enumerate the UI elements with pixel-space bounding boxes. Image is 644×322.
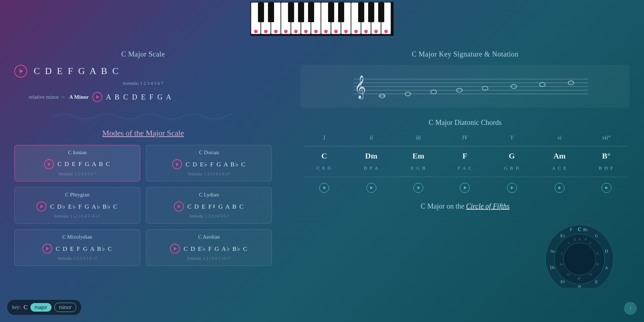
mode-scale-row-phrygian: C D♭ E♭ F G A♭ B♭ C bbox=[20, 201, 134, 211]
scale-notes: C D E F G A B C bbox=[34, 66, 120, 77]
chord-names-row: C Dm Em F G Am B° bbox=[301, 149, 630, 163]
chord-header-iii: iii bbox=[395, 132, 442, 143]
svg-text:g: g bbox=[574, 237, 576, 241]
play-phrygian-button[interactable] bbox=[36, 201, 47, 211]
chord-header-ii: ii bbox=[348, 132, 395, 143]
svg-point-26 bbox=[364, 30, 368, 33]
svg-rect-29 bbox=[258, 3, 264, 22]
minor-mode-button[interactable]: minor bbox=[54, 303, 76, 312]
mode-name-ionian: C Ionian bbox=[20, 150, 134, 156]
left-panel: C Major Scale C D E F G A B C formula: 1… bbox=[0, 43, 286, 322]
wave-decoration bbox=[14, 109, 272, 125]
svg-rect-36 bbox=[358, 3, 364, 22]
mode-formula-phrygian: formula: 1 ♭2 ♭3 4 5 ♭6 ♭7 bbox=[20, 214, 134, 219]
mode-name-lydian: C Lydian bbox=[152, 192, 266, 198]
chords-title: C Major Diatonic Chords bbox=[301, 118, 630, 127]
svg-rect-31 bbox=[288, 3, 294, 22]
mode-notes-phrygian: C D♭ E♭ F G A♭ B♭ C bbox=[50, 203, 118, 210]
svg-text:c: c bbox=[568, 241, 570, 245]
chord-header-I: I bbox=[301, 132, 348, 143]
play-relative-minor-button[interactable] bbox=[92, 92, 102, 102]
chords-table: I ii iii IV V vi vii° C Dm Em F G Am bbox=[301, 132, 630, 195]
svg-text:D: D bbox=[605, 249, 608, 254]
chord-name-C: C bbox=[321, 151, 327, 160]
svg-point-21 bbox=[314, 30, 318, 33]
play-chord-Dm-button[interactable] bbox=[366, 183, 376, 193]
play-lydian-button[interactable] bbox=[174, 201, 184, 211]
svg-rect-33 bbox=[308, 3, 314, 22]
relative-minor-label: relative minor → bbox=[29, 94, 65, 100]
mode-notes-dorian: C D E♭ F G A B♭ C bbox=[186, 161, 246, 168]
play-aeolian-button[interactable] bbox=[170, 244, 180, 254]
svg-rect-32 bbox=[298, 3, 304, 22]
chord-header-V: V bbox=[488, 132, 536, 143]
major-mode-button[interactable]: major bbox=[30, 303, 52, 312]
play-chord-G-button[interactable] bbox=[507, 183, 517, 193]
play-mixolydian-button[interactable] bbox=[42, 244, 52, 254]
circle-section: C Major on the Circle of Fifths C bbox=[301, 202, 630, 288]
play-chord-Em-button[interactable] bbox=[413, 183, 423, 193]
scroll-up-button[interactable]: ↑ bbox=[624, 302, 637, 315]
mode-name-dorian: C Dorian bbox=[152, 150, 266, 156]
chord-notes-Em: E G B bbox=[411, 165, 426, 171]
chord-notes-Bdim: B D F bbox=[599, 165, 614, 171]
chord-notes-F: F A C bbox=[458, 165, 472, 171]
svg-point-24 bbox=[344, 30, 348, 33]
svg-point-27 bbox=[374, 30, 378, 33]
mode-card-phrygian: C Phrygian C D♭ E♭ F G A♭ B♭ C formula: … bbox=[14, 187, 140, 224]
svg-point-23 bbox=[334, 30, 338, 33]
chord-notes-Am: A C E bbox=[552, 165, 567, 171]
mode-scale-row-aeolian: C D E♭ F G A♭ B♭ C bbox=[152, 244, 266, 254]
svg-text:b: b bbox=[597, 252, 599, 255]
play-chord-C-button[interactable] bbox=[319, 183, 329, 193]
svg-text:F: F bbox=[570, 227, 572, 232]
mode-formula-lydian: formula: 1 2 3 ♯4 5 6 7 bbox=[152, 214, 266, 219]
chord-name-Em: Em bbox=[413, 151, 424, 160]
scale-display: C D E F G A B C bbox=[14, 65, 272, 78]
svg-point-19 bbox=[294, 30, 298, 33]
svg-text:f♯: f♯ bbox=[596, 262, 599, 266]
key-indicator: key: C major minor bbox=[7, 300, 81, 315]
mode-scale-row-ionian: C D E F G A B C bbox=[20, 159, 134, 169]
mode-card-ionian: C Ionian C D E F G A B C formula: 1 2 3 … bbox=[14, 145, 140, 181]
svg-rect-30 bbox=[268, 3, 274, 22]
play-scale-button[interactable] bbox=[14, 65, 27, 78]
svg-text:C: C bbox=[578, 227, 581, 232]
mode-card-aeolian: C Aeolian C D E♭ F G A♭ B♭ C formula: 1 … bbox=[146, 229, 272, 266]
circle-title-prefix: C Major on the bbox=[421, 202, 464, 210]
svg-text:B: B bbox=[578, 284, 581, 288]
circle-title: C Major on the Circle of Fifths bbox=[301, 202, 630, 210]
chord-name-Bdim: B° bbox=[602, 151, 610, 160]
modes-title: Modes of the Major Scale bbox=[14, 128, 272, 138]
circle-container: C G D A E B F♯ D♭ A♭ bbox=[301, 216, 623, 288]
chords-section: C Major Diatonic Chords I ii iii IV V vi… bbox=[301, 118, 630, 195]
circle-title-highlight: Circle of Fifths bbox=[466, 202, 509, 210]
svg-point-18 bbox=[284, 30, 288, 33]
play-ionian-button[interactable] bbox=[44, 159, 54, 169]
staff-svg: 𝄞 bbox=[308, 72, 623, 101]
scale-formula: formula: 1 2 3 4 5 6 7 bbox=[14, 80, 272, 86]
relative-minor-section: relative minor → A Minor A B C D E F G A bbox=[29, 92, 272, 102]
svg-text:E: E bbox=[595, 279, 597, 284]
relative-minor-name: A Minor bbox=[69, 94, 89, 100]
svg-point-22 bbox=[324, 30, 328, 33]
chord-name-Am: Am bbox=[553, 151, 566, 160]
chord-header-vi: vi bbox=[536, 132, 583, 143]
mode-notes-ionian: C D E F G A B C bbox=[58, 161, 111, 168]
svg-point-16 bbox=[264, 30, 268, 33]
key-signature-title: C Major Key Signature & Notation bbox=[301, 50, 630, 58]
svg-point-25 bbox=[354, 30, 358, 33]
play-dorian-button[interactable] bbox=[172, 159, 182, 169]
svg-text:A♭: A♭ bbox=[550, 249, 556, 254]
mode-card-dorian: C Dorian C D E♭ F G A B♭ C formula: 1 2 … bbox=[146, 145, 272, 181]
play-chord-Am-button[interactable] bbox=[555, 183, 565, 193]
chord-name-G: G bbox=[509, 151, 515, 160]
svg-text:G: G bbox=[595, 233, 598, 238]
play-chord-F-button[interactable] bbox=[460, 183, 470, 193]
mode-name-mixolydian: C Mixolydian bbox=[20, 234, 134, 240]
mode-formula-dorian: formula: 1 2 ♭3 4 5 6 ♭7 bbox=[152, 171, 266, 177]
mode-scale-row-lydian: C D E F♯ G A B C bbox=[152, 201, 266, 211]
svg-text:b♭: b♭ bbox=[560, 262, 564, 266]
play-chord-Bdim-button[interactable] bbox=[601, 183, 611, 193]
relative-minor-notes: A B C D E F G A bbox=[106, 93, 172, 101]
